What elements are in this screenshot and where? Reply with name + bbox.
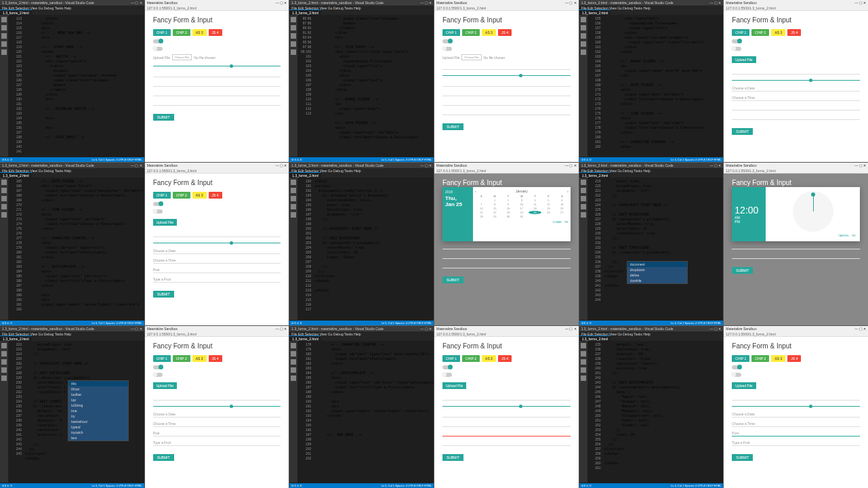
activity-bar[interactable] xyxy=(289,341,297,483)
window-controls[interactable]: — ▢ ✕ xyxy=(854,327,866,331)
files-icon[interactable] xyxy=(291,180,296,185)
submit-button[interactable]: SUBMIT xyxy=(153,454,174,461)
range-slider[interactable] xyxy=(153,66,281,66)
chip-3[interactable]: AS 3 xyxy=(482,355,496,362)
post-input[interactable] xyxy=(153,91,281,96)
file-chooser[interactable]: Choose File xyxy=(172,54,192,60)
code-content[interactable]: default: 'now', twelvehour: true, donete… xyxy=(602,341,724,483)
window-controls[interactable]: — ▢ ✕ xyxy=(565,163,577,167)
chip-3[interactable]: AS 3 xyxy=(192,355,207,362)
debug-icon[interactable] xyxy=(291,204,296,209)
switch-on[interactable] xyxy=(732,365,741,369)
activity-bar[interactable] xyxy=(0,178,8,319)
submit-button[interactable]: SUBMIT xyxy=(732,454,753,461)
files-icon[interactable] xyxy=(581,343,586,348)
chip-3[interactable]: AS 3 xyxy=(771,355,785,362)
calendar-day[interactable]: 14 xyxy=(475,207,488,210)
clock-face[interactable] xyxy=(793,191,833,232)
window-controls[interactable]: — ▢ ✕ xyxy=(710,163,722,167)
chip-3[interactable]: AS 3 xyxy=(192,29,207,36)
cancel-button[interactable]: CANCEL xyxy=(838,234,849,237)
git-icon[interactable] xyxy=(291,359,296,365)
window-controls[interactable]: — ▢ ✕ xyxy=(565,1,577,5)
extensions-icon[interactable] xyxy=(581,375,586,381)
status-bar[interactable]: ⊘ 0 ⚠ 0Ln 5, Col 1 Spaces: 4 UTF-8 CRLF … xyxy=(289,157,434,162)
ac-item[interactable]: toString xyxy=(68,403,128,408)
files-icon[interactable] xyxy=(291,343,296,348)
range-slider[interactable] xyxy=(153,406,281,407)
clock-hand[interactable] xyxy=(813,195,814,211)
extensions-icon[interactable] xyxy=(1,49,7,55)
vscode-tabbar[interactable]: 1.3_forms_2.html xyxy=(0,9,144,15)
status-bar[interactable]: ⊘ 0 ⚠ 0Ln 5, Col 1 Spaces: 4 UTF-8 CRLF … xyxy=(289,483,434,488)
switch-on[interactable] xyxy=(153,365,163,369)
search-icon[interactable] xyxy=(581,25,586,30)
post-input[interactable] xyxy=(442,100,571,106)
ac-item[interactable]: document xyxy=(627,262,687,267)
post-input-error[interactable] xyxy=(442,431,571,436)
editor-tab[interactable]: 1.3_forms_2.html xyxy=(579,9,611,15)
calendar-day[interactable] xyxy=(475,199,488,202)
extensions-icon[interactable] xyxy=(1,212,7,218)
time-input[interactable] xyxy=(442,422,571,427)
calendar-day[interactable]: 7 xyxy=(475,203,488,206)
extensions-icon[interactable] xyxy=(291,375,296,381)
calendar-grid[interactable]: SMTWTFS123456789101112131415161718192021… xyxy=(475,195,569,218)
file-path-input[interactable] xyxy=(732,395,860,401)
vscode-tabbar[interactable]: 1.3_forms_2.html xyxy=(289,9,434,15)
window-controls[interactable]: — ▢ ✕ xyxy=(276,1,287,5)
editor-tab[interactable]: 1.3_forms_2.html xyxy=(0,336,32,341)
url-bar[interactable]: 127.0.0.1:5500/1.3_forms_2.html xyxy=(145,331,289,337)
search-icon[interactable] xyxy=(291,188,296,193)
url-bar[interactable]: 127.0.0.1:5500/1.3_forms_2.html xyxy=(145,5,289,11)
vscode-tabbar[interactable]: 1.3_forms_2.html xyxy=(579,172,724,178)
code-content[interactable]: </div> </div> <br> <!-- .. MENU ROW END … xyxy=(23,15,144,157)
ac-item[interactable]: true xyxy=(68,408,128,413)
time-input[interactable]: Choose a Time xyxy=(153,258,281,264)
submit-button[interactable]: SUBMIT xyxy=(442,454,463,461)
chip-2[interactable]: CHIP 2 xyxy=(751,355,769,362)
search-icon[interactable] xyxy=(581,351,586,357)
vscode-tabbar[interactable]: 1.3_forms_2.html xyxy=(289,172,434,178)
submit-button[interactable]: SUBMIT xyxy=(153,291,174,298)
vscode-tabbar[interactable]: 1.3_forms_2.html xyxy=(579,9,724,15)
activity-bar[interactable] xyxy=(0,341,8,483)
clock-digits[interactable]: 12:00 xyxy=(735,205,763,216)
vscode-tabbar[interactable]: 1.3_forms_2.html xyxy=(579,336,724,341)
calendar-day[interactable]: 4 xyxy=(529,199,541,202)
ac-item[interactable]: typeof xyxy=(68,424,128,430)
files-icon[interactable] xyxy=(1,17,7,22)
post-input[interactable] xyxy=(442,253,571,259)
switch-off[interactable] xyxy=(442,373,452,377)
chip-4[interactable]: JS 4 xyxy=(209,192,222,199)
upload-file-button[interactable]: Upload File xyxy=(732,56,756,63)
window-controls[interactable]: — ▢ ✕ xyxy=(854,163,866,167)
chip-1[interactable]: CHIP 1 xyxy=(442,355,460,362)
vscode-tabbar[interactable]: 1.3_forms_2.html xyxy=(289,336,434,341)
fruit-input[interactable]: Type a Fruit xyxy=(153,441,281,446)
submit-button[interactable]: SUBMIT xyxy=(153,114,174,121)
upload-file-button[interactable]: Upload File xyxy=(153,382,177,389)
file-path-input[interactable] xyxy=(442,64,571,70)
chip-4[interactable]: JS 4 xyxy=(787,29,801,36)
activity-bar[interactable] xyxy=(289,178,297,319)
window-controls[interactable]: — ▢ ✕ xyxy=(276,327,287,331)
chip-1[interactable]: CHIP 1 xyxy=(442,29,460,36)
file-path-input[interactable] xyxy=(153,395,281,401)
git-icon[interactable] xyxy=(1,196,7,201)
date-input[interactable]: Choose a Date xyxy=(153,249,281,254)
search-icon[interactable] xyxy=(291,351,296,357)
time-input[interactable]: Choose a Time xyxy=(153,422,281,427)
time-input[interactable] xyxy=(442,244,571,249)
calendar-day[interactable]: 24 xyxy=(515,211,528,214)
status-bar[interactable]: ⊘ 0 ⚠ 0Ln 5, Col 1 Spaces: 4 UTF-8 CRLF … xyxy=(579,483,724,488)
url-bar[interactable]: 127.0.0.1:5500/1.3_forms_2.html xyxy=(145,168,289,174)
post-input[interactable]: Post xyxy=(153,268,281,273)
window-controls[interactable]: — ▢ ✕ xyxy=(565,327,577,331)
chip-2[interactable]: CHIP 2 xyxy=(173,29,190,36)
search-icon[interactable] xyxy=(1,25,7,30)
prev-month-icon[interactable]: ‹ xyxy=(475,189,476,193)
calendar-day[interactable]: 3 xyxy=(515,199,528,202)
calendar-day[interactable]: 18 xyxy=(529,207,541,210)
ac-item[interactable]: dowhile xyxy=(627,278,687,283)
